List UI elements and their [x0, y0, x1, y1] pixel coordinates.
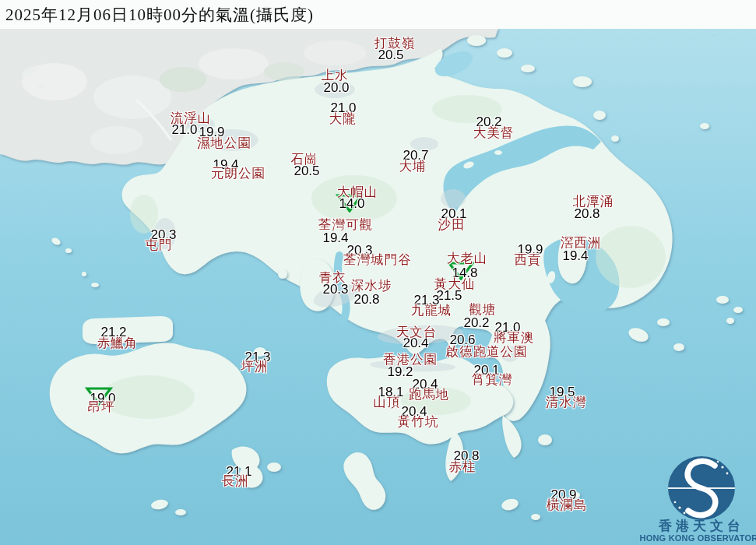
station-name-label: 觀塘 — [469, 301, 497, 318]
station-name-label: 香港公園 — [383, 351, 438, 368]
station-name-label: 上水 — [322, 67, 349, 84]
station-name-label: 打鼓嶺 — [374, 35, 416, 52]
station-name-label: 荃灣城門谷 — [343, 251, 412, 269]
station-name-label: 元朗公園 — [211, 165, 265, 182]
station-name-label: 長洲 — [222, 473, 249, 490]
station-name-label: 天文台 — [396, 324, 438, 341]
station-name-label: 大老山 — [447, 250, 488, 267]
station-name-label: 濕地公園 — [197, 135, 251, 152]
station-name-label: 青衣 — [319, 269, 346, 287]
station-name-label: 筲箕灣 — [472, 371, 513, 389]
station-name-label: 大隴 — [329, 111, 357, 128]
station-name-label: 荃灣可觀 — [318, 216, 373, 234]
station-name-label: 滘西洲 — [561, 234, 602, 251]
station-name-label: 昂坪 — [88, 399, 115, 416]
station-name-label: 大美督 — [473, 125, 515, 142]
station-name-label: 黃大仙 — [434, 276, 476, 293]
station-name-label: 沙田 — [438, 216, 466, 234]
temperature-map-screen: 香港天文台 HONG KONG OBSERVATORY 20.5打鼓嶺20.0上… — [0, 0, 756, 545]
page-title: 2025年12月06日10時00分的氣溫(攝氏度) — [5, 4, 314, 26]
station-name-label: 大帽山 — [337, 184, 378, 201]
station-name-label: 石崗 — [291, 151, 318, 168]
station-name-label: 坪洲 — [241, 358, 269, 375]
station-name-label: 清水灣 — [546, 394, 587, 411]
station-name-label: 黃竹坑 — [398, 413, 439, 431]
station-name-label: 山頂 — [374, 394, 401, 411]
station-name-label: 九龍城 — [411, 302, 452, 319]
station-name-label: 橫瀾島 — [547, 497, 588, 514]
station-name-label: 北潭涌 — [573, 193, 614, 210]
station-name-label: 赤鱲角 — [97, 335, 139, 352]
station-name-label: 將軍澳 — [494, 329, 535, 346]
station-name-label: 屯門 — [146, 237, 173, 254]
stations-layer: 20.5打鼓嶺20.0上水21.0大隴20.2大美督21.0流浮山19.9濕地公… — [0, 0, 756, 545]
station-name-label: 深水埗 — [351, 277, 392, 294]
station-name-label: 大埔 — [399, 158, 427, 175]
station-temperature-value: 20.8 — [353, 292, 379, 308]
station-name-label: 赤柱 — [449, 459, 476, 476]
station-name-label: 西貢 — [515, 251, 542, 269]
station-name-label: 跑馬地 — [409, 386, 450, 403]
